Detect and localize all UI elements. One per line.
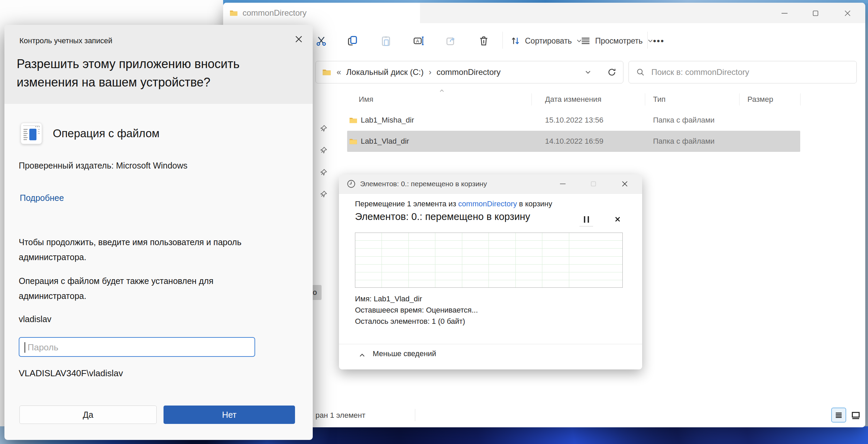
- search-icon: [636, 67, 645, 77]
- paste-button[interactable]: [378, 33, 393, 48]
- column-divider[interactable]: [739, 93, 740, 106]
- close-icon[interactable]: [618, 177, 632, 191]
- file-name: Lab1_Vlad_dir: [361, 131, 409, 152]
- view-lines-icon: [580, 35, 591, 46]
- password-input[interactable]: [27, 338, 250, 357]
- selection-status-text: ран 1 элемент: [315, 407, 365, 424]
- copy-button[interactable]: [345, 33, 360, 48]
- password-field-wrap: [19, 337, 255, 357]
- toolbar-divider: [647, 32, 648, 49]
- more-options-button[interactable]: •••: [653, 33, 664, 49]
- uac-title: Контроль учетных записей: [19, 36, 112, 45]
- folder-link[interactable]: commonDirectory: [458, 200, 517, 208]
- maximize-button[interactable]: [808, 6, 823, 21]
- more-glyph: •••: [653, 36, 664, 46]
- uac-instruction-2: Операция с файлом будет также установлен…: [19, 273, 257, 303]
- paste-icon: [380, 35, 392, 47]
- details-view-icon: [834, 411, 843, 419]
- uac-app-name: Операция с файлом: [53, 127, 159, 140]
- show-details-link[interactable]: Подробнее: [20, 193, 64, 203]
- search-input[interactable]: [651, 67, 851, 77]
- close-icon[interactable]: [840, 6, 855, 21]
- chevron-up-icon: [358, 352, 366, 359]
- window-title: commonDirectory: [243, 8, 307, 18]
- column-header-size[interactable]: Размер: [747, 92, 773, 107]
- progress-titlebar: Элементов: 0.: перемещено в корзину: [339, 174, 642, 194]
- yes-button[interactable]: Да: [19, 406, 157, 424]
- breadcrumb-folder[interactable]: commonDirectory: [436, 67, 500, 77]
- rename-button[interactable]: [411, 33, 426, 48]
- column-divider[interactable]: [645, 93, 645, 106]
- pause-icon: [584, 216, 585, 223]
- detail-items-remaining: Осталось элементов: 1 (0 байт): [355, 317, 465, 326]
- no-button[interactable]: Нет: [164, 406, 295, 424]
- table-row-selected[interactable]: Lab1_Vlad_dir 14.10.2022 16:59 Папка с ф…: [347, 131, 800, 152]
- pin-icon[interactable]: [320, 168, 328, 176]
- clock-icon: [346, 179, 356, 189]
- nav-item-fragment[interactable]: о: [313, 285, 322, 300]
- transfer-speed-graph: [355, 233, 623, 288]
- file-name: Lab1_Misha_dir: [361, 110, 414, 131]
- maximize-button-disabled: [587, 177, 600, 191]
- cut-button[interactable]: [314, 33, 329, 48]
- uac-publisher: Проверенный издатель: Microsoft Windows: [19, 161, 187, 171]
- folder-icon: [348, 137, 358, 146]
- sort-button[interactable]: Сортировать: [510, 33, 583, 49]
- cancel-operation-button[interactable]: [611, 212, 624, 226]
- delete-button[interactable]: [476, 33, 491, 48]
- pin-icon[interactable]: [320, 190, 328, 198]
- breadcrumb-collapse[interactable]: «: [337, 67, 341, 77]
- status-bar: ран 1 элемент: [223, 407, 865, 427]
- content-view-toggle[interactable]: [849, 409, 862, 422]
- column-divider[interactable]: [531, 93, 532, 106]
- uac-instruction-1: Чтобы продолжить, введите имя пользовате…: [19, 235, 257, 265]
- toolbar-divider: [502, 32, 503, 49]
- minimize-button[interactable]: [556, 177, 570, 191]
- text-caret: [25, 342, 25, 353]
- file-type: Папка с файлами: [653, 110, 715, 131]
- column-divider[interactable]: [800, 93, 801, 106]
- address-dropdown-chevron-icon[interactable]: [584, 68, 592, 76]
- sort-arrows-icon: [510, 35, 521, 46]
- breadcrumb-drive[interactable]: Локальный диск (C:): [346, 67, 423, 77]
- folder-icon: [348, 116, 358, 125]
- view-label: Просмотреть: [595, 36, 643, 46]
- search-box: [629, 61, 857, 83]
- uac-username: vladislav: [19, 314, 51, 324]
- cancel-x-icon: [613, 215, 622, 224]
- view-button[interactable]: Просмотреть: [580, 33, 654, 49]
- folder-icon: [322, 67, 331, 77]
- minimize-button[interactable]: [777, 6, 792, 21]
- explorer-tab[interactable]: commonDirectory: [223, 3, 420, 23]
- table-row[interactable]: Lab1_Misha_dir 15.10.2022 13:56 Папка с …: [347, 110, 800, 131]
- uac-header: Контроль учетных записей Разрешить этому…: [4, 25, 313, 104]
- explorer-toolbar: Сортировать Просмотреть •••: [223, 23, 865, 58]
- progress-dialog: Элементов: 0.: перемещено в корзину Пере…: [339, 174, 642, 369]
- share-icon: [445, 35, 457, 47]
- chevron-down-icon: [647, 37, 654, 44]
- pause-button[interactable]: [579, 213, 594, 225]
- fewer-details-toggle[interactable]: Меньше сведений: [373, 349, 436, 358]
- pause-icon: [588, 216, 589, 223]
- desktop-wallpaper: commonDirectory Сортировать Просмотреть: [0, 0, 868, 444]
- column-header-date[interactable]: Дата изменения: [545, 92, 601, 107]
- refresh-icon[interactable]: [607, 67, 617, 77]
- explorer-titlebar: commonDirectory: [223, 3, 865, 23]
- uac-question: Разрешить этому приложению вносить измен…: [17, 55, 255, 92]
- share-button[interactable]: [444, 33, 459, 48]
- progress-title: Элементов: 0.: перемещено в корзину: [360, 174, 487, 193]
- file-date: 14.10.2022 16:59: [545, 131, 603, 152]
- pin-icon[interactable]: [320, 124, 328, 132]
- column-header-name[interactable]: Имя: [359, 92, 373, 107]
- pin-icon[interactable]: [320, 146, 328, 154]
- column-header-type[interactable]: Тип: [653, 92, 666, 107]
- sort-ascending-caret-icon: [439, 89, 445, 93]
- address-bar[interactable]: « Локальный диск (C:) › commonDirectory: [315, 61, 623, 83]
- trash-icon: [478, 35, 490, 47]
- description-prefix: Перемещение 1 элемента из: [355, 200, 458, 208]
- details-view-toggle[interactable]: [831, 408, 846, 423]
- close-icon[interactable]: [292, 32, 306, 46]
- folder-icon: [229, 9, 238, 17]
- uac-domain-user: VLADISLAV340F\vladislav: [19, 368, 123, 379]
- file-operation-app-icon: [20, 123, 42, 144]
